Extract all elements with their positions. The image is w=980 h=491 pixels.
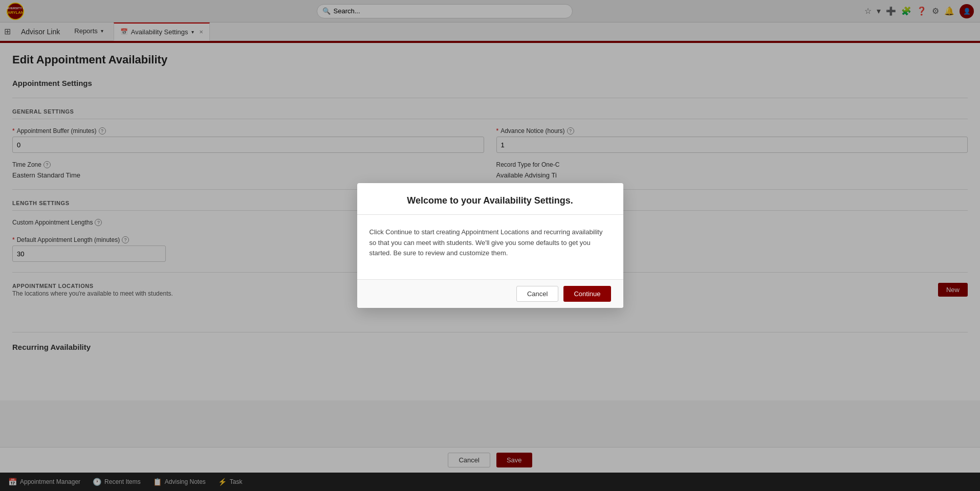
modal-continue-button[interactable]: Continue	[563, 286, 611, 302]
modal-cancel-button[interactable]: Cancel	[516, 286, 558, 302]
modal-title: Welcome to your Availability Settings.	[369, 195, 611, 206]
modal-body-text: Click Continue to start creating Appoint…	[369, 219, 611, 267]
modal-overlay: Welcome to your Availability Settings. C…	[0, 0, 980, 473]
modal-footer: Cancel Continue	[357, 280, 623, 308]
modal-header: Welcome to your Availability Settings.	[357, 183, 623, 214]
modal-body: Click Continue to start creating Appoint…	[357, 214, 623, 280]
welcome-modal: Welcome to your Availability Settings. C…	[357, 183, 623, 308]
